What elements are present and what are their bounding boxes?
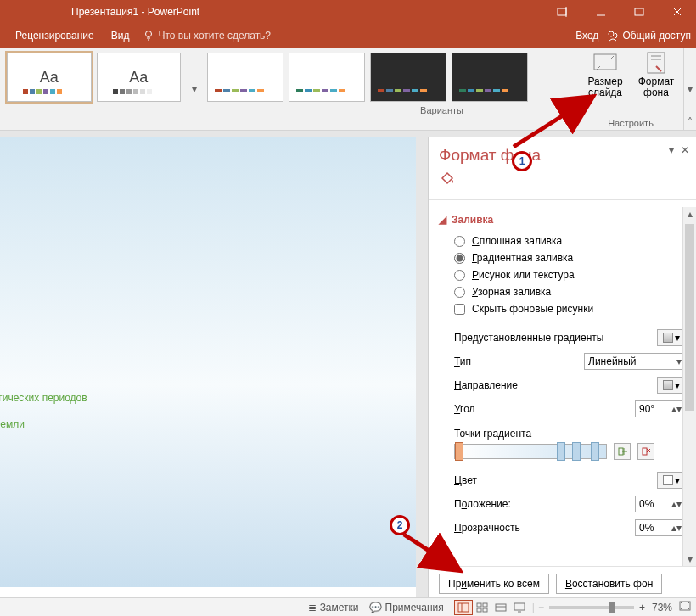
radio-picture[interactable]: Рисунок или текстура — [439, 266, 686, 283]
notes-icon: ≣ — [308, 602, 317, 613]
zoom-in-icon[interactable]: + — [639, 602, 645, 613]
direction-button[interactable]: ▾ — [657, 377, 686, 394]
tell-me-search[interactable]: Что вы хотите сделать? — [143, 30, 271, 42]
tab-review[interactable]: Рецензирование — [7, 24, 103, 48]
theme-thumb[interactable]: Аa — [97, 53, 182, 102]
format-background-button[interactable]: Формат фона — [633, 51, 679, 98]
variant-thumb[interactable] — [289, 53, 365, 102]
slide-canvas[interactable]: ологическаяшкала х геологических периодо… — [0, 137, 416, 597]
zoom-handle[interactable] — [609, 602, 615, 613]
radio-solid[interactable]: Сплошная заливка — [439, 232, 686, 249]
theme-text: Аa — [129, 69, 148, 87]
format-bg-icon — [643, 51, 670, 75]
gradient-stop[interactable] — [572, 442, 581, 461]
signin-link[interactable]: Вход — [575, 30, 598, 42]
share-button[interactable]: Общий доступ — [607, 30, 691, 42]
svg-rect-7 — [643, 448, 647, 455]
gradient-stop[interactable] — [455, 442, 463, 461]
type-combo[interactable]: Линейный▾ — [584, 353, 686, 370]
preset-gradients-button[interactable]: ▾ — [657, 329, 686, 346]
variant-thumb[interactable] — [207, 53, 283, 102]
app-title: Презентация1 - PowerPoint — [71, 6, 199, 18]
gradient-stop[interactable] — [591, 442, 599, 461]
lightbulb-icon — [143, 30, 154, 42]
group-label-setup: Настроить — [582, 118, 679, 128]
radio-gradient[interactable]: Градиентная заливка — [439, 249, 686, 266]
svg-rect-10 — [483, 603, 487, 607]
workspace: ологическаяшкала х геологических периодо… — [0, 131, 696, 597]
svg-rect-14 — [514, 603, 525, 610]
position-spinner[interactable]: 0%▴▾ — [635, 496, 686, 512]
svg-rect-9 — [477, 603, 481, 607]
pane-options-icon[interactable]: ▾ — [669, 144, 674, 156]
pane-body: ◢Заливка Сплошная заливка Градиентная за… — [429, 207, 696, 566]
format-background-pane: Формат фона ▾ ✕ ◢Заливка Сплошная заливк… — [428, 137, 696, 597]
zoom-out-icon[interactable]: − — [538, 602, 544, 613]
normal-view-icon[interactable] — [454, 600, 473, 615]
share-icon — [607, 30, 619, 42]
tab-view[interactable]: Вид — [103, 24, 138, 48]
angle-spinner[interactable]: 90°▴▾ — [635, 400, 686, 417]
fill-section-header[interactable]: ◢Заливка — [439, 214, 686, 226]
group-label-variants: Варианты — [205, 105, 678, 115]
comments-icon: 💬 — [369, 602, 382, 613]
collapse-ribbon-icon[interactable]: ˄ — [688, 116, 693, 128]
fit-to-window-icon[interactable] — [679, 601, 691, 613]
remove-stop-button[interactable] — [637, 443, 654, 460]
zoom-value[interactable]: 73% — [652, 602, 672, 613]
svg-point-3 — [609, 31, 614, 36]
variant-thumb[interactable] — [370, 53, 446, 102]
pane-scrollbar[interactable]: ▴ ▾ — [682, 207, 696, 566]
color-picker-button[interactable]: ▾ — [657, 472, 686, 489]
notes-button[interactable]: ≣Заметки — [308, 602, 359, 613]
direction-row: Направление ▾ — [439, 373, 686, 397]
slide-size-button[interactable]: Размер слайда — [582, 51, 628, 98]
apply-all-button[interactable]: Применить ко всем — [439, 574, 549, 594]
preset-gradients-row: Предустановленные градиенты ▾ — [439, 326, 686, 350]
maximize-button[interactable] — [620, 0, 658, 24]
transparency-row: Прозрачность 0%▴▾ — [439, 516, 686, 540]
color-row: Цвет ▾ — [439, 468, 686, 492]
slide-subtitle[interactable]: х геологических периодоввития Земли — [0, 381, 416, 434]
slide-title[interactable]: ологическаяшкала — [0, 222, 416, 327]
svg-rect-8 — [458, 603, 469, 612]
slideshow-view-icon[interactable] — [510, 600, 529, 615]
minimize-button[interactable] — [581, 0, 620, 24]
svg-rect-0 — [558, 8, 566, 15]
ribbon: Аa Аa ▾ Варианты ▾ Размер слайда — [0, 48, 696, 131]
angle-row: Угол 90°▴▾ — [439, 397, 686, 421]
slide-size-icon — [592, 51, 619, 75]
type-row: Тип Линейный▾ — [439, 350, 686, 373]
comments-button[interactable]: 💬Примечания — [369, 602, 444, 613]
themes-more-icon[interactable]: ▾ — [188, 48, 200, 130]
gradient-stops-slider[interactable] — [454, 444, 607, 459]
theme-text: Аa — [40, 69, 59, 87]
scroll-down-icon[interactable]: ▾ — [683, 552, 696, 566]
reading-view-icon[interactable] — [491, 600, 510, 615]
svg-point-2 — [146, 31, 152, 37]
close-button[interactable] — [658, 0, 696, 24]
title-bar: Презентация1 - PowerPoint — [0, 0, 696, 24]
transparency-spinner[interactable]: 0%▴▾ — [635, 519, 686, 536]
svg-rect-1 — [635, 8, 643, 15]
variant-thumb[interactable] — [452, 53, 528, 102]
reset-background-button[interactable]: Восстановить фон — [556, 574, 662, 594]
svg-rect-13 — [496, 604, 506, 611]
scrollbar-thumb[interactable] — [685, 224, 694, 411]
ribbon-options-icon[interactable] — [543, 0, 581, 24]
theme-thumb[interactable]: Аa — [7, 53, 92, 102]
gradient-stops-label: Точки градиента — [454, 428, 686, 440]
add-stop-button[interactable] — [614, 443, 631, 460]
ribbon-tabs: Рецензирование Вид Что вы хотите сделать… — [0, 24, 696, 48]
gradient-stop[interactable] — [557, 442, 565, 461]
pane-title: Формат фона — [439, 146, 686, 165]
radio-pattern[interactable]: Узорная заливка — [439, 283, 686, 300]
scroll-up-icon[interactable]: ▴ — [683, 207, 696, 221]
svg-rect-11 — [477, 608, 481, 612]
pane-close-icon[interactable]: ✕ — [681, 144, 689, 156]
checkbox-hide-graphics[interactable]: Скрыть фоновые рисунки — [439, 300, 686, 317]
status-bar: ≣Заметки 💬Примечания | − + 73% — [0, 597, 696, 616]
paint-bucket-icon[interactable] — [439, 170, 686, 189]
sorter-view-icon[interactable] — [473, 600, 491, 615]
zoom-slider[interactable] — [549, 606, 634, 609]
